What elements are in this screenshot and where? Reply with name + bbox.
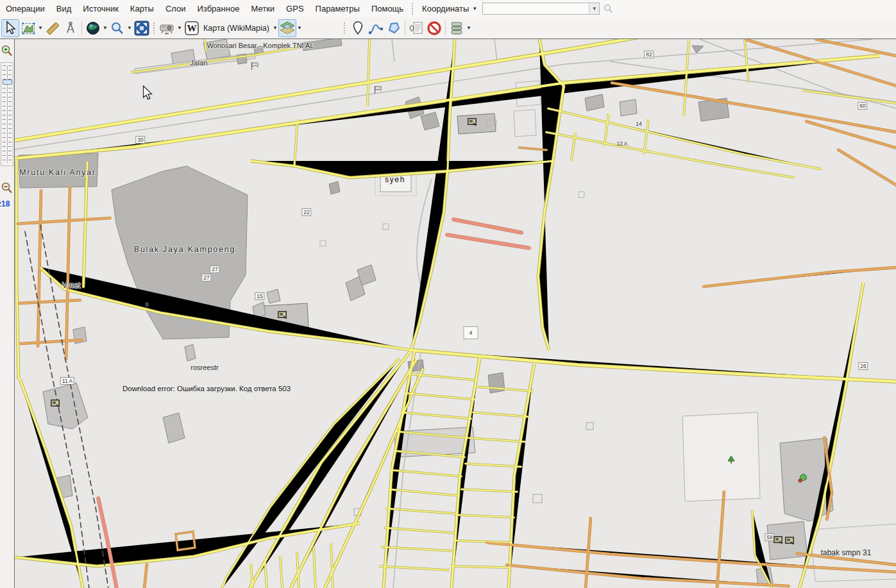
zoom-out-icon[interactable]	[1, 181, 13, 196]
menu-favorites[interactable]: Избранное	[192, 1, 246, 17]
search-icon[interactable]	[604, 4, 613, 13]
wikipedia-w-icon: W	[184, 21, 199, 36]
green-pin-icon[interactable]	[798, 474, 807, 486]
svg-text:W: W	[187, 23, 197, 33]
route-path-icon	[368, 21, 384, 36]
menu-source[interactable]: Источник	[77, 1, 124, 17]
selection-dropdown-arrow[interactable]: ▼	[37, 25, 44, 31]
toolbar-separator	[445, 21, 446, 35]
placemark-list-icon	[409, 21, 424, 36]
zoom-sidebar: z18	[0, 39, 14, 588]
gps-device-button[interactable]	[158, 19, 176, 37]
zoom-dropdown-arrow[interactable]: ▼	[126, 25, 133, 31]
compass-button[interactable]	[62, 19, 80, 37]
menu-parameters[interactable]: Параметры	[310, 1, 366, 17]
map-base-layer	[15, 39, 896, 588]
camera-icon[interactable]	[773, 535, 784, 547]
zoom-in-icon[interactable]	[1, 44, 13, 58]
hide-placemarks-button[interactable]	[425, 19, 443, 37]
zoom-slider[interactable]	[1, 62, 13, 166]
tree-icon[interactable]	[727, 455, 735, 467]
polygon-icon	[386, 21, 402, 36]
gps-dropdown-arrow[interactable]: ▼	[176, 25, 183, 31]
toolbar-separator	[81, 21, 82, 35]
map-dropdown-arrow[interactable]: ▼	[272, 25, 278, 31]
toolbar-grip[interactable]	[344, 22, 346, 34]
combobox-arrow-icon[interactable]: ▼	[589, 3, 599, 14]
camera-icon[interactable]	[51, 399, 61, 410]
ruler-button[interactable]	[44, 19, 62, 37]
no-entry-icon	[427, 21, 442, 36]
toolbar-grip[interactable]	[412, 3, 414, 15]
fullscreen-icon	[134, 21, 149, 36]
flag-icon[interactable]	[373, 85, 382, 97]
main-toolbar: ▼ ▼ ▼	[0, 17, 896, 38]
database-icon	[449, 21, 464, 36]
menu-placemarks[interactable]: Метки	[245, 1, 280, 17]
wikimapia-button[interactable]: W	[183, 19, 201, 37]
menu-operations[interactable]: Операции	[0, 1, 51, 17]
layers-button[interactable]	[278, 19, 296, 37]
layers-icon	[279, 21, 296, 36]
coordinates-label: Координаты	[422, 4, 469, 13]
add-polygon-button[interactable]	[385, 19, 403, 37]
camera-icon[interactable]	[785, 536, 795, 548]
map-canvas[interactable]: Wonosari Besar - Komplek TNI ALJalanMrut…	[14, 39, 896, 588]
menu-view[interactable]: Вид	[51, 1, 78, 17]
compass-divider-icon	[63, 21, 78, 36]
active-map-label: Карта (WikiMapia)	[201, 24, 272, 33]
chevron-down-icon: ▼	[472, 6, 477, 12]
placemark-manager-button[interactable]	[407, 19, 425, 37]
magnifier-icon	[110, 21, 125, 36]
coordinates-dropdown[interactable]: Координаты ▼	[417, 1, 482, 16]
zoom-tool-button[interactable]	[108, 19, 126, 37]
cache-download-button[interactable]	[448, 19, 466, 37]
globe-dropdown-arrow[interactable]: ▼	[102, 25, 108, 31]
ruler-icon	[45, 21, 60, 36]
globe-button[interactable]	[84, 19, 102, 37]
flag-icon[interactable]	[250, 62, 259, 73]
select-cursor-button[interactable]	[1, 19, 19, 37]
layers-dropdown-arrow[interactable]: ▼	[296, 25, 303, 31]
map-roads	[15, 39, 896, 588]
toolbar-grip[interactable]	[153, 22, 156, 34]
menu-help[interactable]: Помощь	[366, 1, 409, 17]
cursor-icon	[3, 21, 17, 36]
fullscreen-button[interactable]	[133, 19, 151, 37]
zoom-level-label: z18	[0, 199, 10, 208]
coordinates-input[interactable]	[483, 3, 589, 14]
menu-maps[interactable]: Карты	[124, 1, 160, 17]
placemark-pin-icon	[351, 21, 365, 36]
selection-manager-button[interactable]	[19, 19, 37, 37]
map-frame: z18	[0, 38, 896, 588]
cache-dropdown-arrow[interactable]: ▼	[466, 25, 472, 31]
gps-device-icon	[159, 21, 176, 36]
slider-handle[interactable]	[3, 80, 12, 85]
toolbar-separator	[405, 21, 405, 35]
add-placemark-button[interactable]	[349, 19, 367, 37]
menu-layers[interactable]: Слои	[160, 1, 192, 17]
menu-bar: Операции Вид Источник Карты Слои Избранн…	[0, 0, 896, 17]
map-roads	[15, 39, 896, 588]
selection-tool-icon	[21, 21, 36, 36]
map-gray-paths	[15, 39, 896, 588]
menu-gps[interactable]: GPS	[280, 1, 309, 17]
camera-icon[interactable]	[278, 310, 288, 322]
globe-icon	[85, 21, 101, 36]
camera-icon[interactable]	[468, 117, 478, 129]
coordinates-combobox[interactable]: ▼	[482, 3, 600, 15]
add-path-button[interactable]	[367, 19, 385, 37]
